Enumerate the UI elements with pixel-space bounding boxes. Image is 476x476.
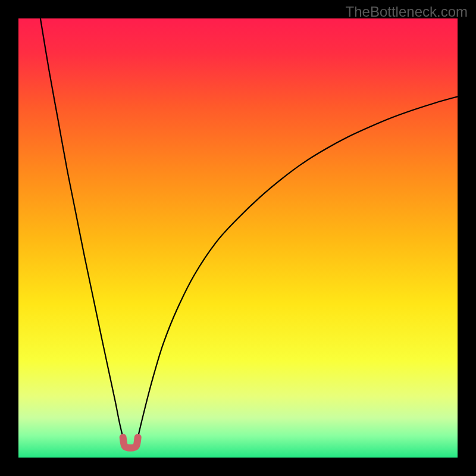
chart-frame: TheBottleneck.com [0,0,476,476]
plot-svg [18,18,458,458]
gradient-background [18,18,458,458]
watermark-text: TheBottleneck.com [346,4,468,20]
plot-area [18,18,458,458]
